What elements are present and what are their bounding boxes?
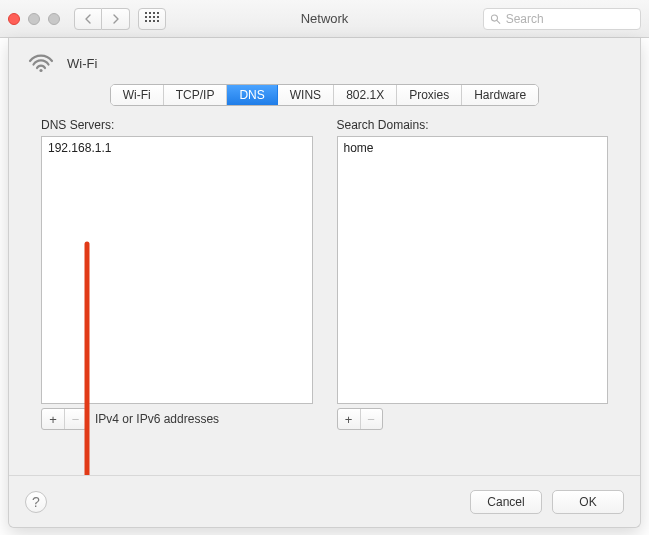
interface-header: Wi-Fi <box>9 38 640 82</box>
tab-wins[interactable]: WINS <box>278 85 334 105</box>
window-controls <box>8 13 60 25</box>
chevron-left-icon <box>84 14 92 24</box>
dns-servers-listbox[interactable]: 192.168.1.1 <box>41 136 313 404</box>
show-all-button[interactable] <box>138 8 166 30</box>
minimize-window-button <box>28 13 40 25</box>
back-button[interactable] <box>74 8 102 30</box>
footer-actions: Cancel OK <box>470 490 624 514</box>
list-item[interactable]: 192.168.1.1 <box>48 139 306 157</box>
add-dns-server-button[interactable]: + <box>42 409 64 429</box>
svg-line-1 <box>497 20 500 23</box>
search-field-wrap[interactable] <box>483 8 641 30</box>
remove-search-domain-button[interactable]: − <box>360 409 382 429</box>
grid-icon <box>145 12 159 26</box>
remove-dns-server-button[interactable]: − <box>64 409 86 429</box>
search-domains-label: Search Domains: <box>337 118 609 132</box>
tab-8021x[interactable]: 802.1X <box>334 85 397 105</box>
tab-wifi[interactable]: Wi-Fi <box>111 85 164 105</box>
tab-dns[interactable]: DNS <box>227 85 277 105</box>
search-icon <box>490 13 501 25</box>
dns-servers-footer: + − IPv4 or IPv6 addresses <box>41 408 313 430</box>
dns-servers-hint: IPv4 or IPv6 addresses <box>95 412 219 426</box>
interface-name: Wi-Fi <box>67 56 97 71</box>
tab-tcpip[interactable]: TCP/IP <box>164 85 228 105</box>
search-domains-pm-group: + − <box>337 408 383 430</box>
search-domains-column: Search Domains: home + − <box>337 118 609 430</box>
sheet-footer: ? Cancel OK <box>9 475 640 527</box>
zoom-window-button <box>48 13 60 25</box>
dns-lists: DNS Servers: 192.168.1.1 + − IPv4 or IPv… <box>9 118 640 430</box>
search-domains-listbox[interactable]: home <box>337 136 609 404</box>
svg-point-2 <box>39 69 42 72</box>
chevron-right-icon <box>112 14 120 24</box>
help-button[interactable]: ? <box>25 491 47 513</box>
list-item[interactable]: home <box>344 139 602 157</box>
search-domains-footer: + − <box>337 408 609 430</box>
dns-servers-pm-group: + − <box>41 408 87 430</box>
titlebar: Network <box>0 0 649 38</box>
search-input[interactable] <box>506 12 634 26</box>
ok-button[interactable]: OK <box>552 490 624 514</box>
forward-button[interactable] <box>102 8 130 30</box>
tab-proxies[interactable]: Proxies <box>397 85 462 105</box>
tab-strip: Wi-Fi TCP/IP DNS WINS 802.1X Proxies Har… <box>110 84 539 106</box>
nav-buttons <box>74 8 130 30</box>
dns-servers-label: DNS Servers: <box>41 118 313 132</box>
wifi-icon <box>27 52 55 74</box>
cancel-button[interactable]: Cancel <box>470 490 542 514</box>
add-search-domain-button[interactable]: + <box>338 409 360 429</box>
dns-servers-column: DNS Servers: 192.168.1.1 + − IPv4 or IPv… <box>41 118 313 430</box>
advanced-sheet: Wi-Fi Wi-Fi TCP/IP DNS WINS 802.1X Proxi… <box>8 38 641 528</box>
tab-hardware[interactable]: Hardware <box>462 85 538 105</box>
close-window-button[interactable] <box>8 13 20 25</box>
tab-bar: Wi-Fi TCP/IP DNS WINS 802.1X Proxies Har… <box>9 82 640 118</box>
